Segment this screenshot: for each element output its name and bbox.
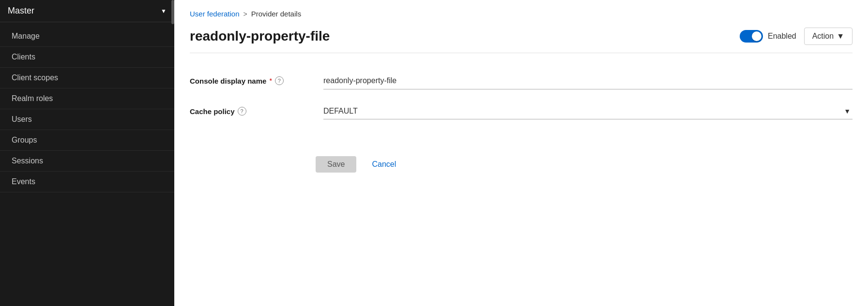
breadcrumb: User federation > Provider details (190, 10, 853, 18)
form-footer: Save Cancel (190, 156, 853, 173)
action-button[interactable]: Action ▼ (804, 28, 853, 45)
main-content: User federation > Provider details reado… (174, 0, 868, 306)
console-display-name-label: Console display name (190, 77, 266, 85)
cache-policy-select[interactable]: DEFAULT EVICT_DAILY EVICT_WEEKLY MAX_LIF… (323, 103, 853, 119)
sidebar-nav: Manage Clients Client scopes Realm roles… (0, 22, 174, 196)
save-button[interactable]: Save (316, 156, 356, 173)
enabled-toggle[interactable] (740, 30, 763, 43)
sidebar: Master ▼ Manage Clients Client scopes Re… (0, 0, 174, 306)
breadcrumb-separator: > (244, 10, 247, 18)
sidebar-item-users-label: Users (12, 115, 32, 123)
console-display-name-label-container: Console display name * ? (190, 73, 316, 85)
cache-policy-row: Cache policy ? DEFAULT EVICT_DAILY EVICT… (190, 103, 853, 119)
breadcrumb-user-federation-link[interactable]: User federation (190, 10, 240, 18)
sidebar-item-realm-roles[interactable]: Realm roles (0, 88, 174, 109)
page-title: readonly-property-file (190, 29, 330, 44)
sidebar-item-clients-label: Clients (12, 53, 35, 61)
help-icon-label: ? (278, 78, 281, 84)
sidebar-item-manage-label: Manage (12, 32, 40, 40)
sidebar-item-users[interactable]: Users (0, 109, 174, 130)
console-display-name-input[interactable] (323, 73, 853, 89)
action-dropdown-arrow: ▼ (837, 32, 844, 41)
header-actions: Enabled Action ▼ (740, 28, 853, 45)
realm-name: Master (8, 6, 34, 16)
action-button-label: Action (812, 32, 834, 41)
required-star: * (269, 77, 272, 85)
realm-selector[interactable]: Master ▼ (0, 0, 174, 22)
cache-policy-help-icon[interactable]: ? (238, 107, 246, 116)
sidebar-item-client-scopes[interactable]: Client scopes (0, 68, 174, 88)
console-display-name-row: Console display name * ? (190, 73, 853, 89)
toggle-knob (752, 31, 761, 41)
content-area: User federation > Provider details reado… (174, 0, 868, 188)
form-section: Console display name * ? Cache policy ? (190, 65, 853, 141)
sidebar-item-realm-roles-label: Realm roles (12, 94, 53, 102)
sidebar-item-groups-label: Groups (12, 136, 37, 144)
enabled-toggle-container: Enabled (740, 30, 796, 43)
cache-policy-select-container: DEFAULT EVICT_DAILY EVICT_WEEKLY MAX_LIF… (323, 103, 853, 119)
cache-policy-select-wrapper: DEFAULT EVICT_DAILY EVICT_WEEKLY MAX_LIF… (323, 103, 853, 119)
enabled-label: Enabled (768, 32, 796, 41)
breadcrumb-current: Provider details (251, 10, 301, 18)
console-display-name-help-icon[interactable]: ? (275, 76, 284, 85)
realm-dropdown-arrow: ▼ (161, 8, 167, 15)
sidebar-item-clients[interactable]: Clients (0, 47, 174, 68)
console-display-name-input-container (323, 73, 853, 89)
sidebar-item-groups[interactable]: Groups (0, 130, 174, 151)
sidebar-item-events-label: Events (12, 177, 35, 186)
sidebar-item-events[interactable]: Events (0, 172, 174, 192)
cache-policy-help-icon-label: ? (240, 108, 243, 114)
cache-policy-label: Cache policy (190, 107, 235, 116)
sidebar-item-sessions[interactable]: Sessions (0, 151, 174, 172)
cache-policy-label-container: Cache policy ? (190, 103, 316, 116)
page-header: readonly-property-file Enabled Action ▼ (190, 28, 853, 53)
sidebar-item-sessions-label: Sessions (12, 157, 43, 165)
sidebar-item-client-scopes-label: Client scopes (12, 73, 58, 82)
cancel-button[interactable]: Cancel (364, 156, 404, 173)
sidebar-item-manage[interactable]: Manage (0, 26, 174, 47)
